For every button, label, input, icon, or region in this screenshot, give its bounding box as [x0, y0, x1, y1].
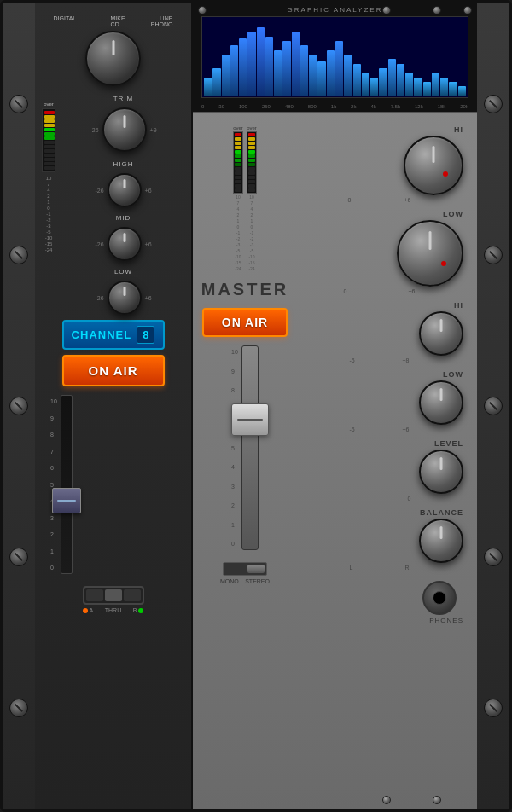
- mid-scale-high: +6: [145, 241, 152, 247]
- analyzer-bar: [335, 41, 343, 96]
- master-low-knob[interactable]: [397, 220, 463, 287]
- analyzer-bar: [449, 82, 457, 96]
- master-vu-l-7: [235, 142, 241, 145]
- analyzer-bar: [362, 72, 369, 96]
- master-vu-r-m1: [248, 163, 255, 166]
- master-fader-track[interactable]: [241, 345, 259, 550]
- master-screw-bl: [382, 796, 391, 804]
- rack-screw-ml2: [9, 397, 28, 415]
- master-vu-l-4: [235, 146, 241, 149]
- master-vu-r-m10: [248, 180, 255, 183]
- master-vu-l-m5: [235, 176, 241, 179]
- ab-switch[interactable]: [83, 586, 144, 605]
- channel-number: 8: [137, 326, 154, 344]
- master-low2-label: LOW: [295, 370, 468, 379]
- analyzer-bar: [204, 78, 212, 96]
- master-vu-l-m15: [235, 184, 241, 188]
- master-low2-knob[interactable]: [419, 380, 463, 425]
- master-vu-l-m3: [235, 171, 241, 175]
- vu-seg-m10: [44, 158, 55, 161]
- master-vu-r-1: [248, 154, 255, 158]
- master-vu-l-1: [235, 154, 241, 158]
- master-vu-l-m2: [235, 167, 241, 171]
- rack-screw-ml1: [9, 246, 28, 264]
- vu-seg-10: [44, 115, 55, 119]
- vu-seg-m15: [44, 162, 55, 165]
- ab-segment-a: [86, 589, 103, 601]
- line-label: LINE: [160, 15, 173, 21]
- ab-segment-b: [124, 589, 141, 601]
- master-vu-r-m5: [248, 176, 255, 179]
- master-fader-handle[interactable]: [231, 403, 269, 436]
- trim-scale-high: +9: [150, 127, 157, 133]
- master-vu-r-4: [248, 146, 255, 149]
- vu-seg-m24: [44, 166, 55, 170]
- analyzer-bar: [440, 78, 448, 96]
- analyzer-bar: [317, 61, 325, 96]
- master-vu-l-0: [235, 159, 241, 162]
- phones-label: PHONES: [295, 617, 468, 624]
- analyzer-bar: [379, 68, 387, 96]
- master-on-air-button[interactable]: ON AIR: [202, 308, 288, 337]
- analyzer-bar: [212, 68, 220, 96]
- master-strip: GRAPHIC ANALYZER 0 30 100 250 480 800 1k…: [193, 3, 477, 809]
- balance-r: R: [404, 565, 409, 571]
- master-vu-l-over: [235, 133, 241, 136]
- master-fader-line: [237, 419, 263, 420]
- trim-knob[interactable]: [102, 107, 147, 152]
- master-hi2-label: HI: [295, 301, 468, 310]
- master-low-label: LOW: [295, 210, 468, 218]
- low-label: LOW: [114, 268, 132, 276]
- analyzer-bar: [222, 55, 230, 96]
- analyzer-display: [201, 16, 468, 98]
- mid-knob[interactable]: [108, 227, 142, 261]
- low-scale-high: +6: [145, 295, 152, 301]
- master-vu-r-m15: [248, 184, 255, 188]
- channel-fader-handle[interactable]: [52, 488, 81, 513]
- analyzer-bar: [353, 64, 361, 96]
- channel-on-air-button[interactable]: ON AIR: [62, 355, 165, 386]
- master-balance-knob[interactable]: [419, 519, 463, 563]
- master-vu-left-over: over: [233, 125, 243, 130]
- mike-label: MIKE: [111, 15, 125, 21]
- vu-seg-2: [44, 128, 55, 131]
- rack-screw-mr3: [484, 548, 503, 566]
- graphic-analyzer: GRAPHIC ANALYZER 0 30 100 250 480 800 1k…: [193, 3, 477, 113]
- input-selector-knob[interactable]: [85, 31, 141, 86]
- balance-l: L: [350, 565, 353, 571]
- high-scale-low: -26: [95, 188, 103, 194]
- master-vu-r-over: [248, 133, 255, 136]
- master-low-red-dot: [441, 261, 446, 266]
- master-vu-r-0: [248, 159, 255, 162]
- high-knob[interactable]: [108, 173, 142, 207]
- analyzer-bar: [292, 32, 300, 96]
- high-label: HIGH: [113, 160, 134, 168]
- analyzer-bar: [300, 45, 308, 96]
- master-vu-l-10: [235, 137, 241, 141]
- channel-fader-track[interactable]: [61, 395, 73, 574]
- master-hi2-knob[interactable]: [419, 311, 463, 356]
- mid-label: MID: [116, 214, 131, 222]
- vu-seg-m5: [44, 154, 55, 157]
- master-level-label: LEVEL: [295, 439, 468, 448]
- mixer-unit: DIGITAL MIKE LINE CD PHONO over: [0, 0, 512, 812]
- input-selector-area: DIGITAL MIKE LINE CD PHONO: [42, 15, 184, 86]
- vu-seg-1: [44, 132, 55, 136]
- phones-jack[interactable]: [422, 581, 457, 615]
- stereo-label: STEREO: [245, 578, 270, 584]
- master-vu-r-m2: [248, 167, 255, 171]
- low-knob[interactable]: [108, 281, 142, 315]
- master-level-knob[interactable]: [419, 450, 463, 494]
- rack-screw-ml3: [9, 548, 28, 566]
- master-hi-knob[interactable]: [404, 136, 463, 195]
- vu-seg-over: [44, 111, 55, 114]
- analyzer-bar: [423, 82, 431, 96]
- mono-stereo-switch[interactable]: [223, 562, 267, 576]
- master-vu-r-10: [248, 137, 255, 141]
- mono-stereo-area: MONO STEREO: [220, 562, 270, 584]
- master-screw-tl: [382, 6, 391, 14]
- rack-screw-tr: [484, 95, 503, 113]
- analyzer-bar: [327, 50, 335, 96]
- rack-screw-br: [484, 699, 503, 717]
- channel-button[interactable]: CHANNEL 8: [62, 320, 165, 350]
